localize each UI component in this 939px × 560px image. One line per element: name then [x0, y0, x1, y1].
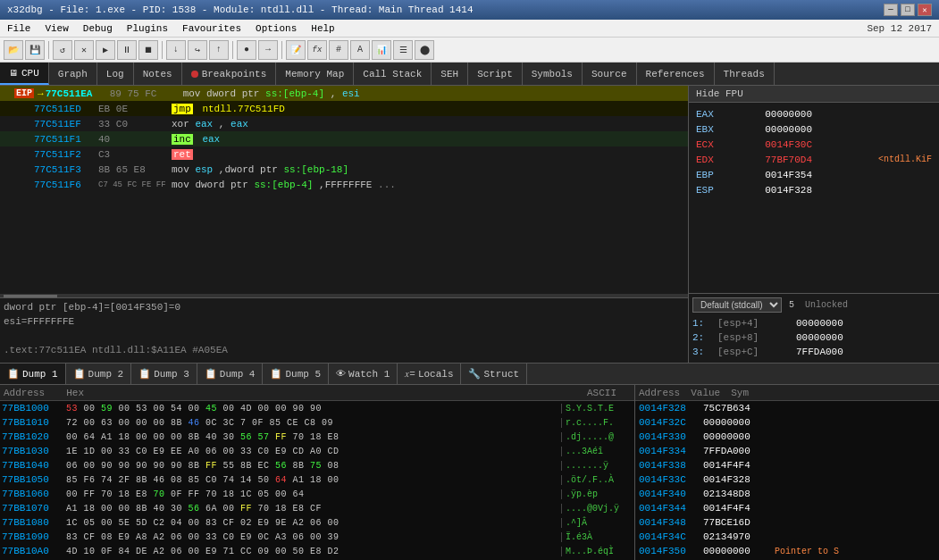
- table-row[interactable]: EIP → 77C511EA 89 75 FC mov dword ptr ss…: [0, 86, 688, 101]
- tb-bp[interactable]: ●: [237, 40, 256, 60]
- dump-view[interactable]: Address Hex ASCII 77BB1000 53 00 59 00 5…: [0, 385, 635, 560]
- dump-row-hex: 85 F6 74 2F 8B 46 08 85 C0 74 14 50 64 A…: [66, 475, 561, 485]
- maximize-button[interactable]: □: [901, 4, 915, 16]
- btab-dump1[interactable]: 📋 Dump 1: [0, 364, 66, 384]
- tb-fx[interactable]: fx: [307, 40, 327, 60]
- table-row[interactable]: 0014F334 7FFDA000: [635, 444, 939, 458]
- hide-fpu-button[interactable]: Hide FPU: [689, 86, 939, 103]
- table-row[interactable]: 77BB1020 00 64 A1 18 00 00 00 8B 40 30 5…: [0, 430, 634, 444]
- table-row[interactable]: 77BB1010 72 00 63 00 00 00 8B 46 0C 3C 7…: [0, 415, 634, 430]
- tb-script[interactable]: 📝: [286, 40, 306, 60]
- tab-memory[interactable]: Memory Map: [276, 63, 354, 85]
- tb-save[interactable]: 💾: [25, 40, 45, 60]
- stdcall-dropdown[interactable]: Default (stdcall): [692, 297, 782, 313]
- tb-mem[interactable]: 📊: [372, 40, 391, 60]
- menu-debug[interactable]: Debug: [76, 21, 120, 36]
- table-row[interactable]: 77BB1050 85 F6 74 2F 8B 46 08 85 C0 74 1…: [0, 472, 634, 487]
- table-row[interactable]: 0014F32C 00000000: [635, 415, 939, 430]
- table-row[interactable]: 0014F350 00000000 Pointer to S: [635, 544, 939, 558]
- reg-ebp-val: 0014F354: [732, 170, 812, 180]
- stack-row-addr: 0014F328: [639, 403, 703, 414]
- tab-source[interactable]: Source: [583, 63, 637, 85]
- table-row[interactable]: 77C511EF 33 C0 xor eax , eax: [0, 116, 688, 131]
- menu-plugins[interactable]: Plugins: [120, 21, 175, 36]
- menu-view[interactable]: View: [38, 21, 75, 36]
- tab-cpu[interactable]: 🖥 CPU: [0, 63, 49, 85]
- table-row[interactable]: 0014F328 75C7B634: [635, 401, 939, 415]
- dump3-icon: 📋: [138, 368, 151, 380]
- stack-row-addr: 0014F348: [639, 517, 703, 528]
- tab-references[interactable]: References: [637, 63, 715, 85]
- tb-dot[interactable]: ⬤: [415, 40, 434, 60]
- table-row[interactable]: 77C511F6 C7 45 FC FE FF mov dword ptr ss…: [0, 177, 688, 192]
- tb-font[interactable]: A: [350, 40, 370, 60]
- table-row[interactable]: 77BB1030 1E 1D 00 33 C0 E9 EE A0 06 00 3…: [0, 444, 634, 458]
- table-row[interactable]: 0014F34C 02134970: [635, 530, 939, 544]
- tab-log-label: Log: [106, 69, 124, 79]
- tb-restart[interactable]: ↺: [53, 40, 72, 60]
- tb-log2[interactable]: ☰: [393, 40, 413, 60]
- tb-sep3: [232, 41, 233, 59]
- tb-step-over[interactable]: ↪: [188, 40, 207, 60]
- tb-pause[interactable]: ⏸: [117, 40, 137, 60]
- stack-row-addr: 0014F330: [639, 431, 703, 442]
- tab-seh[interactable]: SEH: [432, 63, 468, 85]
- table-row[interactable]: 77BB1070 A1 18 00 00 8B 40 30 56 6A 00 F…: [0, 501, 634, 515]
- reg-edx: EDX 77BF70D4 <ntdll.KiF: [692, 152, 935, 167]
- stack-arg-3: 3: [esp+C] 7FFDA000: [692, 345, 935, 359]
- btab-struct[interactable]: 🔧 Struct: [461, 364, 527, 384]
- table-row[interactable]: 77BB1040 06 00 90 90 90 90 90 8B FF 55 8…: [0, 458, 634, 472]
- info-line1: dword ptr [ebp-4]=[0014F350]=0: [4, 302, 684, 316]
- table-row[interactable]: 0014F348 77BCE16D: [635, 515, 939, 530]
- tab-notes[interactable]: Notes: [134, 63, 182, 85]
- tab-threads[interactable]: Threads: [715, 63, 775, 85]
- table-row[interactable]: 0014F344 0014F4F4: [635, 501, 939, 515]
- tab-callstack[interactable]: Call Stack: [354, 63, 432, 85]
- dump4-icon: 📋: [205, 368, 217, 380]
- menu-file[interactable]: File: [0, 21, 38, 36]
- table-row[interactable]: 77C511F3 8B 65 E8 mov esp ,dword ptr ss:…: [0, 162, 688, 177]
- table-row[interactable]: 77BB1090 83 CF 08 E9 A8 A2 06 00 33 C0 E…: [0, 530, 634, 544]
- tab-symbols[interactable]: Symbols: [523, 63, 583, 85]
- btab-locals[interactable]: 𝑥= Locals: [398, 364, 461, 384]
- btab-dump3[interactable]: 📋 Dump 3: [131, 364, 197, 384]
- tb-step-out[interactable]: ↑: [209, 40, 229, 60]
- tb-run-to[interactable]: →: [258, 40, 278, 60]
- btab-watch1[interactable]: 👁 Watch 1: [329, 364, 398, 384]
- menu-options[interactable]: Options: [248, 21, 304, 36]
- minimize-button[interactable]: ─: [884, 4, 898, 16]
- table-row[interactable]: 0014F340 021348D8: [635, 487, 939, 501]
- stack-arg-val: 00000000: [796, 318, 843, 329]
- menu-help[interactable]: Help: [304, 21, 341, 36]
- tb-open[interactable]: 📂: [4, 40, 23, 60]
- tb-hash[interactable]: #: [329, 40, 348, 60]
- tab-graph[interactable]: Graph: [49, 63, 97, 85]
- table-row[interactable]: 77BB1060 00 FF 70 18 E8 70 0F FF 70 18 1…: [0, 487, 634, 501]
- disasm-instr: inc eax: [172, 134, 684, 145]
- table-row[interactable]: 0014F33C 0014F328: [635, 472, 939, 487]
- disasm-view[interactable]: EIP → 77C511EA 89 75 FC mov dword ptr ss…: [0, 86, 688, 294]
- tb-run[interactable]: ▶: [96, 40, 115, 60]
- tb-close[interactable]: ✕: [74, 40, 94, 60]
- btab-dump4[interactable]: 📋 Dump 4: [197, 364, 264, 384]
- table-row[interactable]: 77C511F2 C3 ret: [0, 146, 688, 162]
- btab-dump5[interactable]: 📋 Dump 5: [263, 364, 329, 384]
- tab-script[interactable]: Script: [468, 63, 523, 85]
- dump-row-addr: 77BB1050: [2, 474, 66, 485]
- table-row[interactable]: 77C511F1 40 inc eax: [0, 131, 688, 146]
- table-row[interactable]: 77BB1080 1C 05 00 5E 5D C2 04 00 83 CF 0…: [0, 515, 634, 530]
- tb-stop[interactable]: ⏹: [138, 40, 158, 60]
- menu-favourites[interactable]: Favourites: [175, 21, 248, 36]
- btab-dump2[interactable]: 📋 Dump 2: [66, 364, 132, 384]
- table-row[interactable]: 77BB10A0 4D 10 0F 84 DE A2 06 00 E9 71 C…: [0, 544, 634, 558]
- reg-esp: ESP 0014F328: [692, 182, 935, 197]
- tab-log[interactable]: Log: [97, 63, 134, 85]
- table-row[interactable]: 77C511ED EB 0E jmp ntdll.77C511FD: [0, 101, 688, 116]
- table-row[interactable]: 0014F330 00000000: [635, 430, 939, 444]
- stack-row-sym: Pointer to S: [775, 547, 935, 556]
- table-row[interactable]: 0014F338 0014F4F4: [635, 458, 939, 472]
- tab-breakpoints[interactable]: Breakpoints: [182, 63, 277, 85]
- table-row[interactable]: 77BB1000 53 00 59 00 53 00 54 00 45 00 4…: [0, 401, 634, 415]
- tb-step-into[interactable]: ↓: [166, 40, 186, 60]
- close-button[interactable]: ✕: [918, 4, 932, 16]
